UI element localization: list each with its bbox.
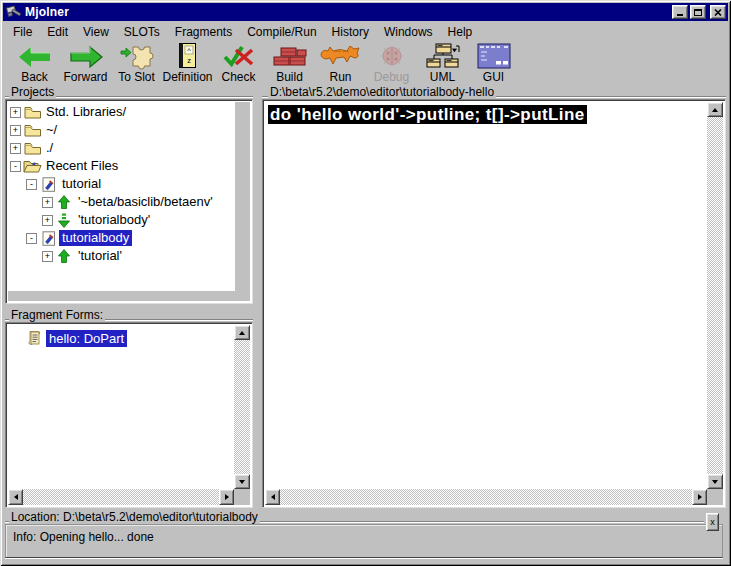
collapse-icon[interactable]: - [26, 233, 37, 244]
folder-icon [22, 124, 42, 137]
gui-window-icon [477, 43, 511, 69]
toolbar-button-label: Definition [162, 71, 212, 84]
editor-vscrollbar[interactable] [707, 102, 723, 489]
tree-item-tutorial[interactable]: - tutorial [6, 175, 252, 193]
tree-item-label[interactable]: Std. Libraries/ [43, 104, 129, 120]
tree-item-label[interactable]: Recent Files [43, 158, 121, 174]
tree-item-std-libraries[interactable]: + Std. Libraries/ [6, 103, 252, 121]
arrow-up-icon [54, 195, 74, 209]
minimize-icon [677, 14, 683, 16]
tree-item-beta-basiclib-betaenv[interactable]: + '~beta/basiclib/betaenv' [6, 193, 252, 211]
menu-item-compile-run[interactable]: Compile/Run [247, 25, 316, 39]
menu-item-file[interactable]: File [13, 25, 32, 39]
folder-icon [22, 106, 42, 119]
toolbar-run-button[interactable]: Run [315, 41, 366, 84]
editor-scroll-down-button[interactable] [707, 474, 723, 489]
fragments-scroll-up-button[interactable] [234, 325, 250, 340]
cat-run-icon [319, 45, 363, 68]
status-info-box: Info: Opening hello... done [5, 524, 723, 558]
maximize-button[interactable] [690, 5, 706, 19]
editor-path-label: D:\beta\r5.2\demo\editor\tutorialbody-he… [268, 85, 496, 99]
tree-item-tutorialbody[interactable]: + 'tutorialbody' [6, 211, 252, 229]
menu-item-edit[interactable]: Edit [47, 25, 68, 39]
tree-item-label[interactable]: ~/ [43, 122, 60, 138]
menu-item-fragments[interactable]: Fragments [175, 25, 232, 39]
collapse-icon[interactable]: - [10, 161, 21, 172]
fragments-scroll-right-button[interactable] [219, 489, 234, 505]
ladybug-debug-icon [379, 43, 405, 69]
tree-item-label[interactable]: '~beta/basiclib/betaenv' [75, 194, 216, 210]
tree-item-[interactable]: + ~/ [6, 121, 252, 139]
status-location: Location: D:\beta\r5.2\demo\editor\tutor… [9, 510, 260, 524]
editor-hscrollbar[interactable] [265, 489, 707, 505]
toolbar-gui-button[interactable]: GUI [468, 41, 519, 84]
editor-line-text[interactable]: do 'hello world'->putline; t[]->putLine [268, 105, 587, 124]
triangle-right-icon [225, 494, 229, 500]
projects-tree[interactable]: + Std. Libraries/+ ~/+ ./- Recent Files-… [5, 99, 253, 304]
expand-icon[interactable]: + [42, 197, 53, 208]
back-arrow-icon [17, 44, 53, 69]
status-close-button[interactable]: x [706, 513, 719, 531]
editor-hscroll-track[interactable] [280, 489, 692, 505]
toolbar-check-button[interactable]: Check [213, 41, 264, 84]
toolbar-definition-button[interactable]: ^z Definition [162, 41, 213, 84]
toolbar-build-button[interactable]: Build [264, 41, 315, 84]
editor-vscroll-track[interactable] [707, 117, 723, 474]
bricks-build-icon [272, 44, 308, 68]
folder-icon [22, 142, 42, 155]
expand-icon[interactable]: + [10, 107, 21, 118]
fragments-vscrollbar[interactable] [234, 325, 250, 489]
window-title: Mjolner [25, 5, 69, 19]
editor-scroll-left-button[interactable] [265, 489, 280, 505]
fragment-forms-list[interactable]: hello: DoPart [5, 322, 253, 508]
toolbar-back-button[interactable]: Back [9, 41, 60, 84]
menu-item-windows[interactable]: Windows [384, 25, 433, 39]
toolbar-to-slot-button[interactable]: To Slot [111, 41, 162, 84]
expand-icon[interactable]: + [42, 251, 53, 262]
editor-text-area[interactable]: do 'hello world'->putline; t[]->putLine [265, 102, 707, 489]
folder-open-icon [22, 159, 42, 173]
uml-diagram-icon [425, 43, 461, 69]
toolbar-button-label: Check [221, 71, 255, 84]
tree-item-[interactable]: + ./ [6, 139, 252, 157]
editor-scroll-right-button[interactable] [692, 489, 707, 505]
triangle-down-icon [239, 480, 245, 484]
puzzle-slot-icon [118, 43, 156, 70]
tree-item-tutorialbody[interactable]: - tutorialbody [6, 229, 252, 247]
close-button[interactable] [710, 5, 726, 19]
fragments-scroll-down-button[interactable] [234, 474, 250, 489]
menu-item-history[interactable]: History [332, 25, 369, 39]
tree-item-label[interactable]: tutorialbody [59, 230, 132, 246]
menu-item-slots[interactable]: SLOTs [124, 25, 160, 39]
tree-item-label[interactable]: 'tutorialbody' [75, 212, 153, 228]
menu-item-view[interactable]: View [83, 25, 109, 39]
expand-icon[interactable]: + [42, 215, 53, 226]
tree-item-tutorial[interactable]: + 'tutorial' [6, 247, 252, 265]
fragment-item-hello-dopart[interactable]: hello: DoPart [6, 328, 252, 348]
minimize-button[interactable] [672, 5, 688, 19]
fragment-item-label[interactable]: hello: DoPart [46, 330, 127, 347]
tree-item-label[interactable]: tutorial [59, 176, 104, 192]
tree-item-recent-files[interactable]: - Recent Files [6, 157, 252, 175]
fragments-vscroll-track[interactable] [234, 340, 250, 474]
collapse-icon[interactable]: - [26, 179, 37, 190]
triangle-left-icon [271, 494, 275, 500]
svg-text:^: ^ [187, 46, 191, 55]
menu-item-help[interactable]: Help [448, 25, 473, 39]
fragments-hscrollbar[interactable] [8, 489, 234, 505]
expand-icon[interactable]: + [10, 143, 21, 154]
fragments-hscroll-track[interactable] [23, 489, 219, 505]
expand-icon[interactable]: + [10, 125, 21, 136]
tree-item-label[interactable]: ./ [43, 140, 56, 156]
projects-bottom-gutter [8, 291, 250, 301]
fragment-forms-label: Fragment Forms: [9, 308, 105, 322]
toolbar-forward-button[interactable]: Forward [60, 41, 111, 84]
fragment-items: hello: DoPart [6, 328, 252, 348]
editor-scroll-up-button[interactable] [707, 102, 723, 117]
projects-right-gutter [235, 102, 250, 301]
toolbar-uml-button[interactable]: UML [417, 41, 468, 84]
mjolner-hammer-icon [6, 5, 22, 19]
tree-item-label[interactable]: 'tutorial' [75, 248, 125, 264]
fragments-scroll-left-button[interactable] [8, 489, 23, 505]
editor-line[interactable]: do 'hello world'->putline; t[]->putLine [268, 105, 707, 125]
